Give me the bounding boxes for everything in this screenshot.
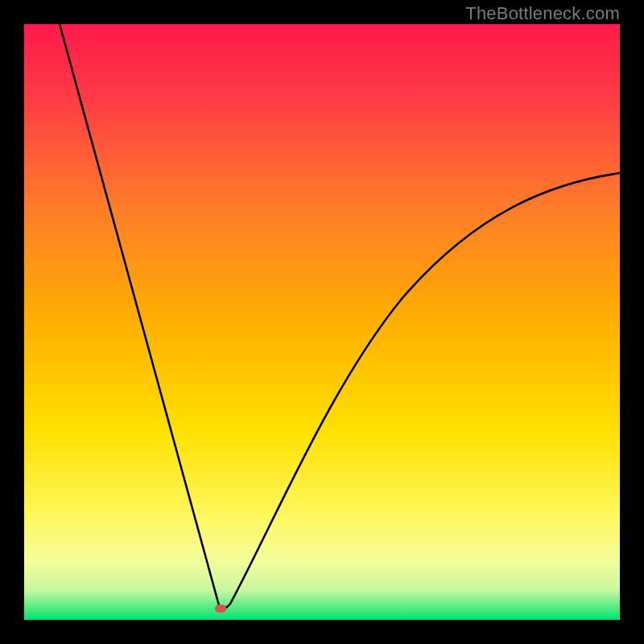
gradient-background bbox=[24, 24, 620, 620]
chart-frame bbox=[24, 24, 620, 620]
min-marker bbox=[215, 605, 226, 613]
watermark-text: TheBottleneck.com bbox=[465, 3, 620, 24]
bottleneck-plot bbox=[24, 24, 620, 620]
